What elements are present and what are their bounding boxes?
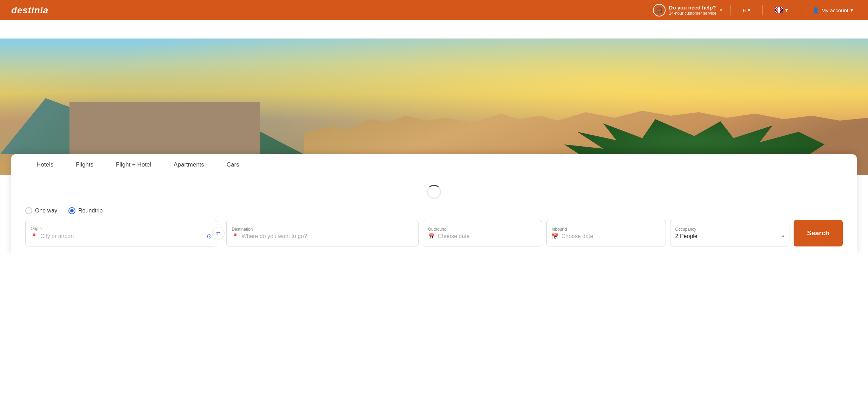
outbound-date-value[interactable]: Choose date: [438, 233, 537, 239]
help-title: Do you need help?: [669, 5, 716, 11]
occupancy-label: Occupancy: [675, 227, 784, 232]
tab-flight-hotel[interactable]: Flight + Hotel: [105, 154, 162, 176]
flag-icon: [775, 7, 783, 13]
loading-spinner: [427, 185, 441, 199]
tab-apartments[interactable]: Apartments: [162, 154, 215, 176]
one-way-label: One way: [35, 208, 57, 214]
tab-hotels[interactable]: Hotels: [25, 154, 65, 176]
account-chevron-icon: ▾: [850, 7, 853, 13]
origin-input[interactable]: [40, 233, 204, 239]
currency-selector[interactable]: € ▾: [739, 5, 754, 15]
outbound-field-group[interactable]: Outbound 📅 Choose date: [423, 220, 542, 246]
occupancy-value: 2 People: [675, 233, 697, 239]
help-chevron-icon: ▾: [720, 8, 722, 13]
outbound-calendar-icon: 📅: [428, 233, 435, 240]
language-selector[interactable]: ▾: [771, 5, 792, 15]
destination-location-icon: 📍: [232, 233, 239, 240]
origin-field-group: Origin 📍 ⊙ ⇄: [25, 220, 217, 246]
help-text: Do you need help? 24-hour customer servi…: [669, 5, 716, 16]
inbound-input-row: 📅 Choose date: [552, 233, 660, 240]
loading-spinner-area: [11, 176, 857, 207]
search-button[interactable]: Search: [794, 220, 843, 246]
nav-divider-3: [800, 5, 800, 15]
origin-input-row: 📍 ⊙: [31, 232, 212, 240]
swap-button[interactable]: ⇄: [212, 227, 225, 239]
roundtrip-radio[interactable]: [68, 207, 75, 214]
help-icon: 🎧: [653, 4, 666, 16]
origin-location-icon: 📍: [31, 233, 38, 240]
currency-symbol: €: [743, 7, 746, 13]
nav-right-group: 🎧 Do you need help? 24-hour customer ser…: [653, 4, 857, 16]
destination-input[interactable]: [241, 233, 413, 239]
tab-cars[interactable]: Cars: [215, 154, 251, 176]
occupancy-chevron-icon: ▾: [782, 234, 784, 239]
destination-field-group: Destination 📍: [226, 220, 418, 246]
currency-chevron-icon: ▾: [748, 7, 750, 13]
inbound-date-value[interactable]: Choose date: [561, 233, 660, 239]
account-label: My account: [821, 7, 848, 13]
search-fields-row: Origin 📍 ⊙ ⇄ Destination 📍 Outbound 📅: [11, 220, 857, 246]
nav-divider-1: [730, 5, 731, 15]
search-button-label: Search: [807, 229, 829, 237]
language-chevron-icon: ▾: [785, 7, 788, 13]
help-button[interactable]: 🎧 Do you need help? 24-hour customer ser…: [653, 4, 722, 16]
one-way-option[interactable]: One way: [25, 207, 57, 214]
sub-navigation: [0, 20, 868, 39]
origin-gps-icon[interactable]: ⊙: [207, 232, 212, 240]
account-button[interactable]: 👤 My account ▾: [809, 5, 857, 16]
inbound-label: Inbound: [552, 227, 660, 232]
inbound-field-group[interactable]: Inbound 📅 Choose date: [546, 220, 666, 246]
tab-flights[interactable]: Flights: [65, 154, 105, 176]
roundtrip-label: Roundtrip: [78, 208, 102, 214]
tab-bar: Hotels Flights Flight + Hotel Apartments…: [11, 154, 857, 176]
destination-input-row: 📍: [232, 233, 413, 240]
one-way-radio[interactable]: [25, 207, 32, 214]
brand-logo: DESTINIA: [11, 5, 48, 16]
swap-icon: ⇄: [216, 230, 220, 236]
search-panel: Hotels Flights Flight + Hotel Apartments…: [11, 154, 857, 255]
roundtrip-option[interactable]: Roundtrip: [68, 207, 102, 214]
occupancy-field-group: Occupancy 2 People ▾: [670, 220, 789, 246]
help-subtitle: 24-hour customer service: [669, 11, 716, 16]
person-icon: 👤: [812, 7, 819, 14]
trip-type-row: One way Roundtrip: [11, 207, 857, 220]
fortress: [69, 102, 260, 158]
destination-label: Destination: [232, 227, 413, 232]
inbound-calendar-icon: 📅: [552, 233, 559, 240]
outbound-label: Outbound: [428, 227, 537, 232]
nav-divider-2: [762, 5, 763, 15]
origin-label: Origin: [31, 226, 212, 231]
outbound-input-row: 📅 Choose date: [428, 233, 537, 240]
occupancy-select-wrapper[interactable]: 2 People ▾: [675, 233, 784, 239]
top-navigation: DESTINIA 🎧 Do you need help? 24-hour cus…: [0, 0, 868, 20]
occupancy-input-row: 2 People ▾: [675, 233, 784, 239]
